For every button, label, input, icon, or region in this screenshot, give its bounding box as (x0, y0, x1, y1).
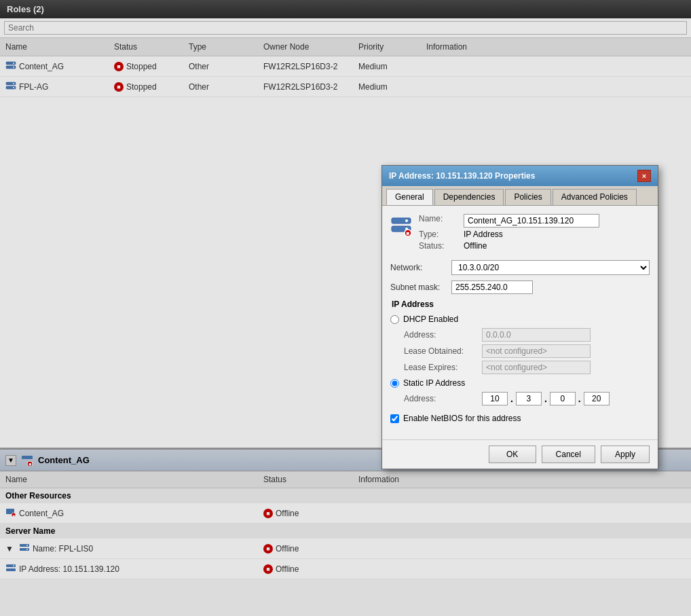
static-address-label: Address: (404, 394, 482, 403)
address-field-row: Address: (404, 328, 650, 342)
subnet-label: Subnet mask: (390, 283, 451, 292)
netbios-checkbox[interactable] (390, 414, 399, 423)
address-label: Address: (404, 330, 482, 340)
name-label: Name: (419, 214, 460, 228)
static-fields: Address: . . . (404, 392, 650, 405)
address-input[interactable] (482, 328, 591, 342)
ip-part-1[interactable] (482, 392, 508, 405)
lease-expires-input[interactable] (482, 361, 591, 374)
lease-expires-label: Lease Expires: (404, 363, 482, 372)
dialog-tabs: General Dependencies Policies Advanced P… (382, 186, 658, 206)
type-label: Type: (419, 230, 460, 239)
netbios-label: Enable NetBIOS for this address (403, 414, 521, 423)
ip-part-3[interactable] (550, 392, 576, 405)
type-value: IP Address (464, 230, 599, 239)
netbios-row: Enable NetBIOS for this address (390, 414, 650, 423)
dialog-buttons: OK Cancel Apply (382, 439, 658, 469)
apply-button[interactable]: Apply (601, 446, 650, 463)
ip-dot-2: . (544, 393, 547, 404)
ok-button[interactable]: OK (489, 446, 536, 463)
tab-dependencies[interactable]: Dependencies (434, 189, 504, 205)
lease-expires-row: Lease Expires: (404, 361, 650, 374)
ip-section-label: IP Address (392, 300, 650, 309)
network-row: Network: 10.3.0.0/20 (390, 260, 650, 275)
properties-dialog: IP Address: 10.151.139.120 Properties × … (381, 165, 658, 469)
network-select[interactable]: 10.3.0.0/20 (451, 260, 650, 275)
static-address-row: Address: . . . (404, 392, 650, 405)
info-grid: Name: Type: IP Address Status: Offline (419, 214, 599, 251)
lease-obtained-label: Lease Obtained: (404, 346, 482, 356)
dhcp-radio[interactable] (390, 315, 399, 324)
lease-obtained-row: Lease Obtained: (404, 344, 650, 358)
dialog-titlebar: IP Address: 10.151.139.120 Properties × (382, 166, 658, 186)
ip-part-2[interactable] (516, 392, 542, 405)
dhcp-label: DHCP Enabled (403, 314, 458, 324)
cancel-button[interactable]: Cancel (542, 446, 595, 463)
svg-text:■: ■ (407, 230, 410, 236)
close-button[interactable]: × (637, 170, 651, 182)
ip-address-boxes: . . . (482, 392, 610, 405)
dialog-body: ■ Name: Type: IP Address Status: Offline… (382, 206, 658, 439)
dhcp-radio-row: DHCP Enabled (390, 314, 650, 324)
static-radio[interactable] (390, 379, 399, 388)
svg-point-23 (405, 219, 408, 222)
subnet-input[interactable] (451, 280, 533, 294)
static-radio-row: Static IP Address (390, 378, 650, 388)
ip-part-4[interactable] (584, 392, 610, 405)
info-section: ■ Name: Type: IP Address Status: Offline (390, 214, 650, 251)
ip-dot-3: . (578, 393, 581, 404)
dhcp-fields: Address: Lease Obtained: Lease Expires: (404, 328, 650, 374)
ip-dot-1: . (510, 393, 513, 404)
resource-dialog-icon: ■ (390, 214, 412, 236)
status-label: Status: (419, 241, 460, 251)
status-value: Offline (464, 241, 599, 251)
network-label: Network: (390, 263, 451, 272)
dialog-title: IP Address: 10.151.139.120 Properties (389, 171, 535, 181)
tab-advanced-policies[interactable]: Advanced Policies (553, 189, 637, 205)
tab-policies[interactable]: Policies (505, 189, 550, 205)
tab-general[interactable]: General (386, 189, 433, 205)
subnet-row: Subnet mask: (390, 280, 650, 294)
name-input[interactable] (464, 214, 599, 228)
lease-obtained-input[interactable] (482, 344, 591, 358)
static-label: Static IP Address (403, 378, 465, 388)
